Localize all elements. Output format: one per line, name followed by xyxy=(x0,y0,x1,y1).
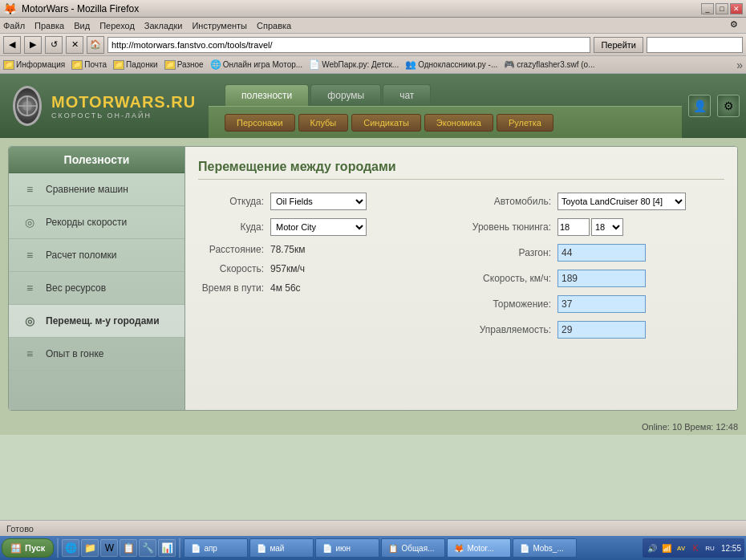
bookmark-label: crazyflasher3.swf (о... xyxy=(517,60,594,69)
travel-right: Автомобиль: Toyota LandCruiser 80 [4] Ур… xyxy=(469,193,724,347)
accel-input[interactable] xyxy=(557,244,646,262)
sidebar-item-raschet[interactable]: ≡ Расчет поломки xyxy=(9,239,184,272)
logo-text: MOTORWARS.RU СКОРОСТЬ ОН-ЛАЙН xyxy=(51,93,196,120)
taskbar-icon-folder[interactable]: 📁 xyxy=(81,539,99,557)
taskbar-window-mobs[interactable]: 📄 Mobs_... xyxy=(513,538,577,558)
nav-button-personazhi[interactable]: Персонажи xyxy=(225,114,295,132)
search-input[interactable] xyxy=(647,37,743,53)
nav-button-ruletka[interactable]: Рулетка xyxy=(497,114,553,132)
taskbar-icon-word[interactable]: W xyxy=(100,539,118,557)
folder-icon: 📁 xyxy=(3,60,14,70)
tray-icon-ru[interactable]: RU xyxy=(703,542,716,554)
taskbar-icon-unknown[interactable]: 📋 xyxy=(120,539,137,557)
sidebar-item-rekordy[interactable]: ◎ Рекорды скорости xyxy=(9,206,184,239)
bookmark-webpark[interactable]: 📄 WebПарк.ру: Детск... xyxy=(309,59,399,70)
travel-form: Откуда: Oil Fields Motor City Desert Har… xyxy=(198,193,724,347)
nav-button-sindikaty[interactable]: Синдикаты xyxy=(351,114,421,132)
bookmark-informatsiya[interactable]: 📁 Информация xyxy=(3,60,65,70)
taskbar-divider xyxy=(57,538,59,558)
control-input[interactable] xyxy=(557,321,646,339)
sidebar-item-sravnenie[interactable]: ≡ Сравнение машин xyxy=(9,173,184,206)
bookmark-odnoklassniki[interactable]: 👥 Одноклассники.ру -... xyxy=(405,59,497,70)
taskbar-icon-unknown3[interactable]: 📊 xyxy=(158,539,176,557)
bookmark-padonki[interactable]: 📁 Падонки xyxy=(113,60,158,70)
car-label: Автомобиль: xyxy=(469,196,557,207)
site-logo: MOTORWARS.RU СКОРОСТЬ ОН-ЛАЙН xyxy=(0,74,209,138)
taskbar-window-obshaya[interactable]: 📋 Общая... xyxy=(381,538,445,558)
nav-button-kluby[interactable]: Клубы xyxy=(298,114,349,132)
bookmark-online[interactable]: 🌐 Онлайн игра Мотор... xyxy=(210,59,302,70)
sidebar-item-opyt[interactable]: ≡ Опыт в гонке xyxy=(9,338,184,371)
menu-edit[interactable]: Правка xyxy=(34,21,64,30)
tray-icon-av[interactable]: AV xyxy=(675,542,687,554)
page-content: MOTORWARS.RU СКОРОСТЬ ОН-ЛАЙН полезности… xyxy=(0,74,746,435)
bookmarks-bar: 📁 Информация 📁 Почта 📁 Падонки 📁 Разное … xyxy=(0,56,746,74)
taskbar-window-apr[interactable]: 📄 апр xyxy=(184,538,248,558)
sidebar-label: Перемещ. м-у городами xyxy=(46,315,160,327)
window-icon: 📄 xyxy=(257,544,266,553)
travel-icon: ◎ xyxy=(22,313,38,329)
browser-icon: 🦊 xyxy=(3,2,17,15)
menu-file[interactable]: Файл xyxy=(3,21,25,30)
tray-icon-1[interactable]: 🔊 xyxy=(646,542,659,554)
taskbar-window-motor[interactable]: 🦊 Motor... xyxy=(447,538,511,558)
bookmarks-more-button[interactable]: » xyxy=(736,59,743,71)
minimize-button[interactable]: _ xyxy=(701,3,714,14)
menu-view[interactable]: Вид xyxy=(74,21,90,30)
distance-value: 78.75км xyxy=(270,244,306,255)
tab-chat[interactable]: чат xyxy=(383,84,431,106)
sidebar-item-ves[interactable]: ≡ Вес ресурсов xyxy=(9,272,184,305)
start-button[interactable]: 🪟 Пуск xyxy=(2,538,54,558)
menu-bookmarks[interactable]: Закладки xyxy=(144,21,183,30)
car-select[interactable]: Toyota LandCruiser 80 [4] xyxy=(557,193,686,210)
bookmark-crazy[interactable]: 🎮 crazyflasher3.swf (о... xyxy=(504,59,594,70)
refresh-button[interactable]: ↺ xyxy=(45,36,63,54)
home-button[interactable]: 🏠 xyxy=(87,36,104,54)
window-label: июн xyxy=(335,544,351,553)
menu-go[interactable]: Переход xyxy=(99,21,135,30)
start-label: Пуск xyxy=(25,543,45,553)
bookmark-raznoe[interactable]: 📁 Разное xyxy=(164,60,204,70)
site-icons: 👤 ⚙ xyxy=(682,74,746,138)
speed-label: Скорость: xyxy=(198,263,270,274)
bookmark-label: Разное xyxy=(177,60,204,69)
forward-button[interactable]: ▶ xyxy=(24,36,42,54)
taskbar-icon-unknown2[interactable]: 🔧 xyxy=(139,539,156,557)
taskbar-window-may[interactable]: 📄 май xyxy=(249,538,314,558)
tuning-select[interactable]: 18 xyxy=(591,218,623,236)
window-controls: _ □ ✕ xyxy=(701,3,743,14)
tuning-row: Уровень тюнинга: 18 xyxy=(469,218,724,236)
stop-button[interactable]: ✕ xyxy=(66,36,83,54)
sidebar-item-peremeshchenie[interactable]: ◎ Перемещ. м-у городами xyxy=(9,305,184,338)
menu-tools[interactable]: Инструменты xyxy=(192,21,247,30)
content-title: Перемещение между городами xyxy=(198,160,724,180)
close-button[interactable]: ✕ xyxy=(730,3,743,14)
bookmark-label: WebПарк.ру: Детск... xyxy=(322,60,399,69)
bookmark-pochta[interactable]: 📁 Почта xyxy=(71,60,107,70)
control-row: Управляемость: xyxy=(469,321,724,339)
window-icon: 📄 xyxy=(191,544,201,553)
to-select[interactable]: Motor City Oil Fields Desert Harbor xyxy=(270,218,367,236)
user-icon-button[interactable]: 👤 xyxy=(688,95,711,117)
go-button[interactable]: Перейти xyxy=(594,37,643,53)
tray-icon-kaspersky[interactable]: K xyxy=(689,542,702,554)
tray-icon-2[interactable]: 📶 xyxy=(660,542,673,554)
address-bar[interactable] xyxy=(107,37,590,53)
brake-input[interactable] xyxy=(557,295,646,313)
taskbar-window-iun[interactable]: 📄 июн xyxy=(315,538,379,558)
taskbar-icon-ie[interactable]: 🌐 xyxy=(62,539,79,557)
restore-button[interactable]: □ xyxy=(716,3,728,14)
tuning-input[interactable] xyxy=(557,218,590,236)
settings-icon-button[interactable]: ⚙ xyxy=(717,95,740,117)
gear-icon[interactable]: ⚙ xyxy=(730,19,743,32)
back-button[interactable]: ◀ xyxy=(3,36,21,54)
menu-help[interactable]: Справка xyxy=(257,21,291,30)
folder-icon: 📁 xyxy=(71,60,83,70)
tab-forumy[interactable]: форумы xyxy=(310,84,381,106)
time-value: 4м 56с xyxy=(270,282,301,294)
nav-button-ekonomika[interactable]: Экономика xyxy=(424,114,493,132)
tab-poleznosti[interactable]: полезности xyxy=(225,84,309,106)
browser-status-text: Готово xyxy=(6,524,34,534)
speed2-input[interactable] xyxy=(557,270,646,287)
from-select[interactable]: Oil Fields Motor City Desert Harbor xyxy=(270,193,367,210)
